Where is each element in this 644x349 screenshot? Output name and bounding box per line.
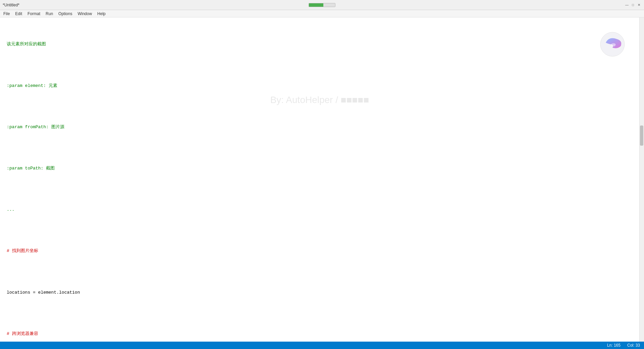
status-bar: Ln: 165 Col: 33 xyxy=(0,342,644,349)
menu-window[interactable]: Window xyxy=(75,11,95,17)
scrollbar-thumb[interactable] xyxy=(640,126,643,146)
code-line xyxy=(5,103,639,110)
menu-bar: File Edit Format Run Options Window Help xyxy=(0,10,644,17)
code-line: :param element: 元素 xyxy=(5,83,639,89)
maximize-button[interactable]: □ xyxy=(631,3,635,7)
menu-run[interactable]: Run xyxy=(43,11,56,17)
code-line: locations = element.location xyxy=(5,289,639,296)
code-line: ... xyxy=(5,206,639,213)
code-line xyxy=(5,144,639,151)
code-editor[interactable]: 该元素所对应的截图 :param element: 元素 :param from… xyxy=(0,17,639,342)
progress-fill xyxy=(309,3,323,7)
editor-container: By: AutoHelper / ■■■■■ 该元素所对应的截图 :param … xyxy=(0,17,644,342)
editor-main[interactable]: By: AutoHelper / ■■■■■ 该元素所对应的截图 :param … xyxy=(0,17,639,342)
title-bar: *Untitled* — □ ✕ xyxy=(0,0,644,10)
close-button[interactable]: ✕ xyxy=(637,3,641,7)
menu-file[interactable]: File xyxy=(1,11,12,17)
menu-format[interactable]: Format xyxy=(25,11,43,17)
minimize-button[interactable]: — xyxy=(625,3,629,7)
code-line: 该元素所对应的截图 xyxy=(5,41,639,48)
code-line: :param fromPath: 图片源 xyxy=(5,124,639,131)
code-line: # 找到图片坐标 xyxy=(5,248,639,254)
title-bar-left: *Untitled* xyxy=(3,3,19,7)
menu-help[interactable]: Help xyxy=(95,11,108,17)
code-line xyxy=(5,186,639,193)
scrollbar-right[interactable] xyxy=(639,17,644,342)
code-line xyxy=(5,62,639,68)
progress-bar xyxy=(309,3,335,7)
code-line: :param toPath: 截图 xyxy=(5,165,639,172)
code-line xyxy=(5,268,639,275)
status-col: Col: 33 xyxy=(627,343,640,348)
menu-options[interactable]: Options xyxy=(56,11,75,17)
code-line: # 跨浏览器兼容 xyxy=(5,331,639,337)
menu-edit[interactable]: Edit xyxy=(12,11,25,17)
window-controls[interactable]: — □ ✕ xyxy=(625,3,641,7)
window-title: *Untitled* xyxy=(3,3,19,7)
status-ln: Ln: 165 xyxy=(607,343,621,348)
code-line xyxy=(5,310,639,316)
code-line xyxy=(5,227,639,234)
